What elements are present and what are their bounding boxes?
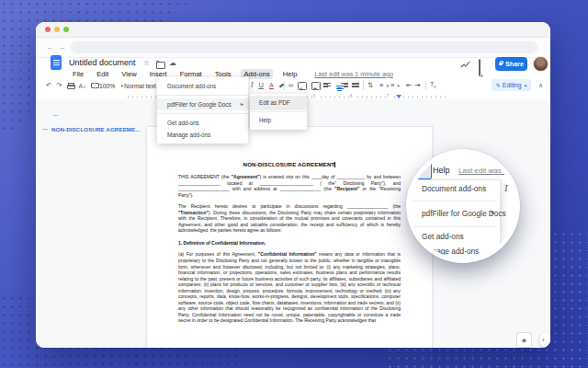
magnified-italic-icon: I <box>504 182 508 193</box>
address-bar[interactable] <box>71 41 537 53</box>
decrease-indent-icon[interactable]: ⇤ <box>406 81 412 90</box>
italic-icon[interactable]: I <box>251 81 254 90</box>
submenu-arrow-icon: ▸ <box>241 98 243 110</box>
explore-button[interactable]: ◈ <box>516 332 532 348</box>
document-title[interactable]: Untitled document <box>69 58 136 67</box>
addons-dropdown-menu: Document add-onspdfFiller for Google Doc… <box>157 77 248 144</box>
magnified-help-menu: Help <box>433 166 450 175</box>
magnified-submenu-arrow-icon: ▸ <box>492 209 495 216</box>
menu-file[interactable]: File <box>70 69 86 79</box>
magnified-menu-item: Get add-ons <box>422 232 464 241</box>
magnifier-content: Help Last edit was 1 min... Document add… <box>411 154 515 259</box>
ruler-number: 6 <box>349 94 354 98</box>
ruler-number: 5 <box>312 94 317 98</box>
undo-icon[interactable]: ↶ <box>46 81 51 90</box>
cloud-status-icon: ☁ <box>169 59 176 67</box>
doc-para: THIS AGREEMENT (the "Agreement") is ente… <box>178 174 401 198</box>
close-window-button[interactable] <box>45 27 51 32</box>
collapse-toolbar-icon[interactable]: ∧ <box>538 81 543 90</box>
menu-item-manage-add-ons[interactable]: Manage add-ons <box>157 129 248 141</box>
chevron-down-icon: ▾ <box>120 83 123 88</box>
menu-help[interactable]: Help <box>280 69 300 79</box>
user-avatar[interactable] <box>533 56 548 72</box>
align-left-icon[interactable] <box>323 83 331 89</box>
menu-item-document-add-ons[interactable]: Document add-ons <box>157 80 248 92</box>
menu-item-pdffiller-for-google-docs[interactable]: pdfFiller for Google Docs▸ <box>157 98 248 110</box>
redo-icon[interactable]: ↷ <box>56 81 62 90</box>
increase-indent-icon[interactable]: ⇥ <box>414 81 420 90</box>
spellcheck-icon[interactable]: A✓ <box>79 83 87 89</box>
print-icon[interactable] <box>67 83 74 89</box>
clear-formatting-icon[interactable]: Tx <box>430 81 436 89</box>
underline-icon[interactable]: U <box>259 81 264 90</box>
menu-edit[interactable]: Edit <box>94 69 111 79</box>
menu-view[interactable]: View <box>119 69 139 79</box>
google-docs-icon[interactable] <box>51 55 62 70</box>
zoom-window-button[interactable] <box>63 27 69 32</box>
doc-title: NON-DISCLOSURE AGREEMENT <box>178 161 401 167</box>
insights-icon[interactable] <box>460 60 470 69</box>
menu-separator <box>250 111 307 112</box>
submenu-item-help[interactable]: Help <box>250 113 307 128</box>
share-button[interactable]: Share <box>495 57 527 71</box>
last-edit-link[interactable]: Last edit was 1 minute ago <box>314 70 393 78</box>
outline-heading-label: NON-DISCLOSURE AGREEME... <box>51 126 141 132</box>
doc-heading: 1. Definition of Confidential Informatio… <box>178 240 401 247</box>
browser-back-icon[interactable]: ← <box>46 41 54 52</box>
editing-mode-button[interactable]: ✎ Editing ▾ <box>492 79 531 91</box>
submenu-item-edit-as-pdf[interactable]: Edit as PDF <box>250 96 307 110</box>
doc-para: (a) For purposes of this Agreement, "Con… <box>178 251 401 324</box>
magnifier-overlay: Help Last edit was 1 min... Document add… <box>406 149 520 263</box>
hide-outline-icon[interactable]: ← <box>51 109 60 119</box>
browser-window: ← → Untitled document ☆ ☁ FileEditViewIn… <box>36 22 550 348</box>
doc-para: The Recipient hereto desires to particip… <box>178 203 401 234</box>
menu-separator <box>157 113 248 114</box>
ruler-cursor-marker[interactable] <box>396 95 401 98</box>
minimize-window-button[interactable] <box>54 27 60 32</box>
lock-icon <box>499 63 503 65</box>
menu-separator <box>411 226 497 227</box>
window-titlebar[interactable] <box>36 22 550 38</box>
menu-separator <box>157 95 248 96</box>
magnified-menu-item: Document add-ons <box>422 184 486 193</box>
outline-heading-item[interactable]: NON-DISCLOSURE AGREEME... <box>42 126 141 132</box>
star-icon[interactable]: ☆ <box>143 59 150 67</box>
document-page[interactable]: NON-DISCLOSURE AGREEMENTTHIS AGREEMENT (… <box>146 126 433 348</box>
menu-separator <box>411 201 497 201</box>
text-cursor <box>334 162 335 168</box>
ruler-number: 7 <box>386 94 390 98</box>
pdffiller-submenu: Edit as PDFHelp <box>250 94 307 130</box>
outline-dash <box>42 129 48 130</box>
browser-forward-icon[interactable]: → <box>58 41 66 52</box>
text-color-icon[interactable]: A <box>269 82 274 89</box>
browser-toolbar: ← → <box>36 38 550 58</box>
comment-history-icon[interactable] <box>479 60 481 76</box>
pencil-icon: ✎ <box>496 82 501 88</box>
align-justify-icon[interactable] <box>352 83 359 89</box>
insert-link-icon[interactable]: ∞ <box>288 81 293 90</box>
align-right-icon[interactable] <box>341 83 348 89</box>
align-center-icon[interactable] <box>334 85 337 87</box>
add-comment-icon[interactable] <box>298 82 307 90</box>
format-toolbar: ↶ ↷ A✓ 100% ▾ Normal text ▾ I U A ∞ ▾ <box>36 79 550 92</box>
numbered-list-icon[interactable]: ≡ <box>379 81 383 90</box>
share-label: Share <box>505 60 524 68</box>
menu-item-get-add-ons[interactable]: Get add-ons <box>157 117 248 129</box>
bulleted-list-icon[interactable]: ≡ <box>390 81 394 90</box>
chevron-down-icon: ▾ <box>525 83 527 88</box>
styles-select[interactable]: Normal text <box>124 83 156 89</box>
chevron-down-icon: ▾ <box>386 83 389 88</box>
zoom-select[interactable]: 100% <box>99 83 115 89</box>
editing-mode-label: Editing <box>503 82 522 88</box>
chevron-down-icon: ▾ <box>397 83 400 88</box>
line-spacing-icon[interactable]: ⇅ <box>368 81 373 90</box>
